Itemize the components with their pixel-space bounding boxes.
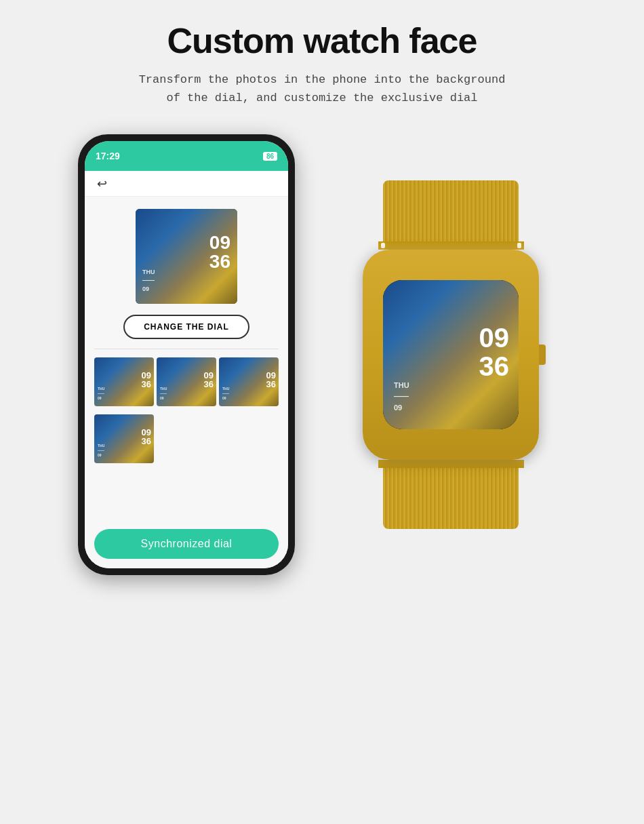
band-connector-bottom: [378, 460, 524, 468]
dial-separator: ——: [142, 276, 155, 285]
smartwatch-device: 09 36 THU —— 09: [336, 158, 566, 551]
watch-band-top: [383, 180, 519, 241]
dial-grid-bottom: 0936 THU——09: [94, 414, 279, 463]
watch-minute: 36: [479, 352, 510, 380]
thumb-date-3: THU——09: [222, 387, 229, 401]
dial-thumb-3[interactable]: 0936 THU——09: [219, 357, 279, 406]
phone-screen: 17:29 86 09 36 THU: [85, 141, 288, 568]
dial-time-overlay: 09 36: [209, 234, 230, 272]
thumb-time-1: 0936: [142, 372, 151, 389]
divider: [94, 349, 279, 349]
watch-time-overlay: 09 36: [479, 323, 510, 380]
subtitle-line2: of the dial, and customize the exclusive…: [166, 92, 477, 104]
dial-date-overlay: THU —— 09: [142, 268, 155, 294]
phone-time: 17:29: [96, 151, 120, 161]
thumb-date-1: THU——09: [98, 387, 104, 401]
back-arrow-icon[interactable]: [94, 176, 109, 191]
page-subtitle: Transform the photos in the phone into t…: [139, 71, 506, 107]
dial-date-num: 09: [142, 285, 155, 294]
change-dial-button[interactable]: CHANGE THE DIAL: [123, 315, 249, 339]
connector-pin-left: [381, 243, 385, 248]
phone-device: 17:29 86 09 36 THU: [78, 134, 295, 575]
phone-battery: 86: [263, 152, 277, 161]
watch-hour: 09: [479, 323, 510, 352]
dial-grid-top: 0936 THU——09 0936 THU——09 0936 THU——09: [94, 357, 279, 406]
watch-side-button[interactable]: [539, 345, 546, 365]
page-title: Custom watch face: [167, 20, 477, 61]
thumb-date-4: THU——09: [98, 444, 104, 458]
subtitle-line1: Transform the photos in the phone into t…: [139, 73, 506, 86]
connector-pin-right: [517, 243, 521, 248]
watch-band-bottom: [383, 468, 519, 529]
dial-hour: 09: [209, 234, 230, 253]
thumb-date-2: THU——09: [160, 387, 167, 401]
watch-body: 09 36 THU —— 09: [363, 250, 539, 460]
devices-row: 17:29 86 09 36 THU: [0, 134, 644, 575]
sync-dial-button[interactable]: Synchronized dial: [94, 529, 279, 559]
dial-thumb-2[interactable]: 0936 THU——09: [157, 357, 216, 406]
watch-day: THU: [394, 380, 409, 391]
watch-date-num: 09: [394, 402, 409, 414]
watch-separator: ——: [394, 391, 409, 402]
main-dial-preview: 09 36 THU —— 09: [136, 209, 237, 304]
watch-date-overlay: THU —— 09: [394, 380, 409, 414]
thumb-time-4: 0936: [142, 429, 151, 446]
band-connector-top: [378, 241, 524, 250]
thumb-time-3: 0936: [266, 372, 276, 389]
phone-status-bar: 17:29 86: [85, 141, 288, 171]
thumb-time-2: 0936: [204, 372, 214, 389]
dial-thumb-1[interactable]: 0936 THU——09: [94, 357, 154, 406]
phone-app-content: 09 36 THU —— 09 CHANGE THE DIAL: [85, 197, 288, 568]
dial-background: 09 36 THU —— 09: [136, 209, 237, 304]
phone-nav-bar: [85, 171, 288, 197]
watch-display: 09 36 THU —— 09: [383, 280, 519, 429]
watch-screen: 09 36 THU —— 09: [383, 280, 519, 429]
dial-thumb-4[interactable]: 0936 THU——09: [94, 414, 154, 463]
dial-day: THU: [142, 268, 155, 277]
dial-minute: 36: [209, 253, 230, 272]
